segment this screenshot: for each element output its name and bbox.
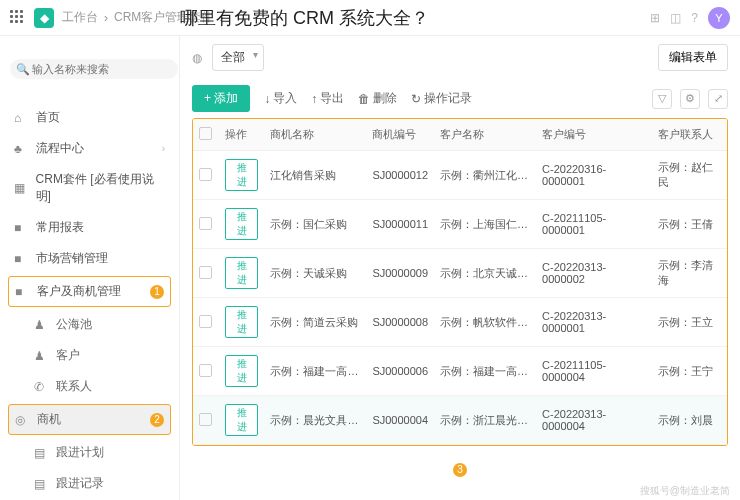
cell-contact: 示例：刘晨 [652,396,727,445]
sidebar-item[interactable]: ■常用报表 [0,212,179,243]
sidebar-item-label: 商机 [37,411,61,428]
cell-contact: 示例：王宁 [652,347,727,396]
sidebar-item[interactable]: ◎商机2 [8,404,171,435]
cell-custcode: C-20220313-0000001 [536,298,652,347]
help-icon[interactable]: ? [691,11,698,25]
push-button[interactable]: 推进 [225,208,258,240]
filter-icon[interactable]: ▽ [652,89,672,109]
sidebar-item-label: 客户及商机管理 [37,283,121,300]
cell-name: 示例：天诚采购 [270,266,360,281]
nav-icon: ⌂ [14,111,28,125]
cell-customer: 示例：福建一高集团 [440,364,530,379]
cell-customer: 示例：上海国仁有限… [440,217,530,232]
nav-icon: ♟ [34,318,48,332]
checkbox-all[interactable] [199,127,212,140]
sidebar-item[interactable]: ■市场营销管理 [0,243,179,274]
avatar[interactable]: Y [708,7,730,29]
push-button[interactable]: 推进 [225,159,258,191]
cell-name: 江化销售采购 [270,168,360,183]
nav-icon: ♟ [34,349,48,363]
nav-icon: ▤ [34,446,48,460]
sidebar-item-label: 客户 [56,347,80,364]
main-content: ◍ 全部 编辑表单 + 添加 ↓ 导入 ↑ 导出 🗑 删除 ↻ 操作记录 ▽ ⚙… [180,36,740,500]
settings-icon[interactable]: ⚙ [680,89,700,109]
table-row[interactable]: 推进 示例：简道云采购 SJ0000008 示例：帆软软件有限公司 C-2022… [193,298,727,347]
sidebar-item[interactable]: ♟客户 [0,340,179,371]
sidebar-item[interactable]: ♣流程中心› [0,133,179,164]
table-row[interactable]: 推进 示例：天诚采购 SJ0000009 示例：北京天诚软件… C-202203… [193,249,727,298]
push-button[interactable]: 推进 [225,404,258,436]
data-table: 操作商机名称商机编号客户名称客户编号客户联系人 推进 江化销售采购 SJ0000… [192,118,728,446]
row-checkbox[interactable] [199,168,212,181]
log-button[interactable]: ↻ 操作记录 [411,90,472,107]
table-header: 客户编号 [536,119,652,151]
table-row[interactable]: 推进 示例：福建一高3月订单 SJ0000006 示例：福建一高集团 C-202… [193,347,727,396]
table-row[interactable]: 推进 示例：晨光文具设备… SJ0000004 示例：浙江晨光文具… C-202… [193,396,727,445]
row-checkbox[interactable] [199,364,212,377]
export-button[interactable]: ↑ 导出 [311,90,344,107]
nav-icon: ▤ [34,477,48,491]
cell-name: 示例：国仁采购 [270,217,360,232]
annotation-marker-3: 3 [453,463,467,477]
logo-icon: ◆ [34,8,54,28]
apps-grid-icon[interactable] [10,10,26,26]
table-header: 客户联系人 [652,119,727,151]
edit-form-button[interactable]: 编辑表单 [658,44,728,71]
table-header: 客户名称 [434,119,536,151]
search-input[interactable] [10,59,178,79]
table-row[interactable]: 推进 江化销售采购 SJ0000012 示例：衢州江化集团 C-20220316… [193,151,727,200]
sidebar-item[interactable]: ✆联系人 [0,371,179,402]
toolbar: + 添加 ↓ 导入 ↑ 导出 🗑 删除 ↻ 操作记录 ▽ ⚙ ⤢ [180,79,740,118]
sidebar-item[interactable]: ♟公海池 [0,309,179,340]
sidebar-item[interactable]: ■客户及商机管理1 [8,276,171,307]
topbar-right: ⊞ ◫ ? Y [650,7,730,29]
cell-contact: 示例：李清海 [652,249,727,298]
sidebar-item-label: 联系人 [56,378,92,395]
sidebar-item-label: 跟进计划 [56,444,104,461]
row-checkbox[interactable] [199,217,212,230]
filter-select[interactable]: 全部 [212,44,264,71]
sidebar-item[interactable]: ▤跟进记录 [0,468,179,499]
row-checkbox[interactable] [199,315,212,328]
add-button[interactable]: + 添加 [192,85,250,112]
push-button[interactable]: 推进 [225,355,258,387]
nav-icon: ◎ [15,413,29,427]
cell-contact: 示例：赵仁民 [652,151,727,200]
nav-icon: ■ [14,252,28,266]
cell-name: 示例：福建一高3月订单 [270,364,360,379]
sidebar-item-label: 市场营销管理 [36,250,108,267]
sidebar-item[interactable]: ⌂首页 [0,102,179,133]
table-header: 商机名称 [264,119,366,151]
sidebar-item-label: 首页 [36,109,60,126]
push-button[interactable]: 推进 [225,306,258,338]
globe-icon: ◍ [192,51,202,65]
sidebar-item-label: 公海池 [56,316,92,333]
cell-code: SJ0000009 [366,249,434,298]
nav-icon: ✆ [34,380,48,394]
chevron-right-icon: › [162,143,165,154]
sidebar-item[interactable]: ▦CRM套件 [必看使用说明] [0,164,179,212]
notification-icon[interactable]: ⊞ [650,11,660,25]
nav-icon: ▦ [14,181,28,195]
cell-code: SJ0000012 [366,151,434,200]
row-checkbox[interactable] [199,266,212,279]
import-button[interactable]: ↓ 导入 [264,90,297,107]
cell-custcode: C-20211105-0000001 [536,200,652,249]
inbox-icon[interactable]: ◫ [670,11,681,25]
cell-code: SJ0000004 [366,396,434,445]
table-row[interactable]: 推进 示例：国仁采购 SJ0000011 示例：上海国仁有限… C-202111… [193,200,727,249]
row-checkbox[interactable] [199,413,212,426]
breadcrumb-workspace[interactable]: 工作台 [62,9,98,26]
delete-button[interactable]: 🗑 删除 [358,90,397,107]
chevron-right-icon: › [104,11,108,25]
expand-icon[interactable]: ⤢ [708,89,728,109]
table-header [193,119,219,151]
search-icon: 🔍 [16,63,30,76]
cell-code: SJ0000011 [366,200,434,249]
cell-custcode: C-20220313-0000002 [536,249,652,298]
sidebar-item[interactable]: ▤跟进计划 [0,437,179,468]
push-button[interactable]: 推进 [225,257,258,289]
cell-custcode: C-20211105-0000004 [536,347,652,396]
nav-icon: ■ [15,285,29,299]
annotation-marker: 2 [150,413,164,427]
